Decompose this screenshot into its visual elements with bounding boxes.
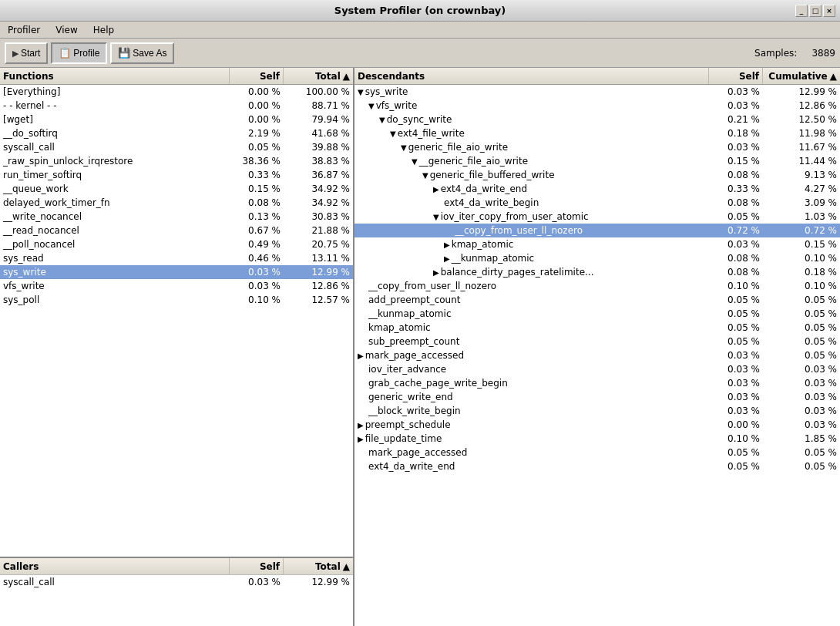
table-row[interactable]: ▶kmap_atomic 0.03 % 0.15 % <box>354 237 840 251</box>
callers-col-header[interactable]: Callers <box>0 558 230 574</box>
table-row[interactable]: generic_write_end 0.03 % 0.03 % <box>354 390 840 404</box>
start-button[interactable]: Start <box>5 42 48 64</box>
desc-cumul-cell: 12.99 % <box>763 86 840 98</box>
table-row[interactable]: ▼sys_write 0.03 % 12.99 % <box>354 85 840 99</box>
profile-button[interactable]: Profile <box>51 42 107 64</box>
descendants-header: Descendants Self Cumulative ▲ <box>354 68 840 85</box>
table-row[interactable]: syscall_call 0.03 % 12.99 % <box>0 575 353 589</box>
functions-table-body[interactable]: [Everything] 0.00 % 100.00 % - - kernel … <box>0 85 353 557</box>
callers-self-col-header[interactable]: Self <box>230 558 284 574</box>
caller-self-cell: 0.03 % <box>230 576 284 588</box>
table-row[interactable]: ▶file_update_time 0.10 % 1.85 % <box>354 432 840 446</box>
table-row[interactable]: [Everything] 0.00 % 100.00 % <box>0 85 353 99</box>
expand-down-icon[interactable]: ▼ <box>368 102 375 110</box>
table-row[interactable]: sub_preempt_count 0.05 % 0.05 % <box>354 335 840 348</box>
callers-total-label: Total <box>315 561 341 572</box>
profile-label: Profile <box>73 48 99 59</box>
table-row[interactable]: ▼vfs_write 0.03 % 12.86 % <box>354 99 840 113</box>
fn-self-cell: 0.08 % <box>230 197 284 209</box>
table-row[interactable]: ▶balance_dirty_pages_ratelimite... 0.08 … <box>354 265 840 279</box>
descendants-table-body[interactable]: ▼sys_write 0.03 % 12.99 % ▼vfs_write 0.0… <box>354 85 840 626</box>
table-row[interactable]: sys_write 0.03 % 12.99 % <box>0 265 353 279</box>
menu-profiler[interactable]: Profiler <box>3 23 45 37</box>
expand-down-icon[interactable]: ▼ <box>401 143 407 152</box>
expand-right-icon[interactable]: ▶ <box>444 241 450 249</box>
save-as-button[interactable]: Save As <box>110 42 174 64</box>
table-row[interactable]: ext4_da_write_end 0.05 % 0.05 % <box>354 459 840 473</box>
functions-col-header[interactable]: Functions <box>0 68 230 84</box>
expand-down-icon[interactable]: ▼ <box>412 157 418 166</box>
table-row[interactable]: ▶ext4_da_write_end 0.33 % 4.27 % <box>354 182 840 196</box>
fn-name-cell: [wget] <box>0 113 230 126</box>
table-row[interactable]: delayed_work_timer_fn 0.08 % 34.92 % <box>0 196 353 210</box>
table-row[interactable]: add_preempt_count 0.05 % 0.05 % <box>354 293 840 307</box>
close-button[interactable]: × <box>823 5 835 17</box>
functions-col-label: Functions <box>3 71 54 82</box>
table-row[interactable]: - - kernel - - 0.00 % 88.71 % <box>0 99 353 113</box>
window-controls[interactable]: _ □ × <box>795 5 835 17</box>
table-row[interactable]: [wget] 0.00 % 79.94 % <box>0 113 353 126</box>
table-row[interactable]: ▼do_sync_write 0.21 % 12.50 % <box>354 113 840 126</box>
expand-right-icon[interactable]: ▶ <box>444 254 450 263</box>
expand-right-icon[interactable]: ▶ <box>358 352 364 360</box>
menu-view[interactable]: View <box>51 23 82 37</box>
table-row[interactable]: iov_iter_advance 0.03 % 0.03 % <box>354 362 840 376</box>
expand-right-icon[interactable]: ▶ <box>358 421 364 429</box>
table-row[interactable]: __kunmap_atomic 0.05 % 0.05 % <box>354 307 840 321</box>
table-row[interactable]: ▶mark_page_accessed 0.03 % 0.05 % <box>354 348 840 362</box>
expand-down-icon[interactable]: ▼ <box>379 116 385 124</box>
menu-help[interactable]: Help <box>89 23 119 37</box>
table-row[interactable]: ▼iov_iter_copy_from_user_atomic 0.05 % 1… <box>354 210 840 224</box>
table-row[interactable]: ▶preempt_schedule 0.00 % 0.03 % <box>354 418 840 432</box>
fn-name-cell: __read_nocancel <box>0 224 230 237</box>
maximize-button[interactable]: □ <box>809 5 822 17</box>
total-col-header[interactable]: Total ▲ <box>284 68 353 84</box>
fn-total-cell: 34.92 % <box>284 183 353 195</box>
table-row[interactable]: run_timer_softirq 0.33 % 36.87 % <box>0 168 353 182</box>
callers-total-col-header[interactable]: Total ▲ <box>284 558 353 574</box>
desc-cumul-cell: 1.85 % <box>763 432 840 445</box>
desc-name-cell: iov_iter_advance <box>354 363 709 375</box>
table-row[interactable]: mark_page_accessed 0.05 % 0.05 % <box>354 446 840 459</box>
desc-self-cell: 0.05 % <box>709 335 763 348</box>
table-row[interactable]: syscall_call 0.05 % 39.88 % <box>0 140 353 154</box>
table-row[interactable]: sys_poll 0.10 % 12.57 % <box>0 293 353 307</box>
callers-panel: Callers Self Total ▲ syscall_call 0.03 %… <box>0 557 353 626</box>
table-row[interactable]: __queue_work 0.15 % 34.92 % <box>0 182 353 196</box>
table-row[interactable]: __block_write_begin 0.03 % 0.03 % <box>354 404 840 418</box>
expand-down-icon[interactable]: ▼ <box>422 171 428 180</box>
table-row[interactable]: ▼generic_file_buffered_write 0.08 % 9.13… <box>354 168 840 182</box>
table-row[interactable]: __copy_from_user_ll_nozero 0.72 % 0.72 % <box>354 224 840 237</box>
table-row[interactable]: __do_softirq 2.19 % 41.68 % <box>0 126 353 140</box>
self-col-header[interactable]: Self <box>230 68 284 84</box>
table-row[interactable]: ext4_da_write_begin 0.08 % 3.09 % <box>354 196 840 210</box>
table-row[interactable]: __poll_nocancel 0.49 % 20.75 % <box>0 237 353 251</box>
table-row[interactable]: ▼generic_file_aio_write 0.03 % 11.67 % <box>354 140 840 154</box>
expand-right-icon[interactable]: ▶ <box>433 268 439 277</box>
desc-cumul-cell: 0.72 % <box>763 224 840 237</box>
table-row[interactable]: kmap_atomic 0.05 % 0.05 % <box>354 321 840 335</box>
table-row[interactable]: __copy_from_user_ll_nozero 0.10 % 0.10 % <box>354 279 840 293</box>
table-row[interactable]: ▼__generic_file_aio_write 0.15 % 11.44 % <box>354 154 840 168</box>
table-row[interactable]: __write_nocancel 0.13 % 30.83 % <box>0 210 353 224</box>
expand-right-icon[interactable]: ▶ <box>433 185 439 194</box>
fn-name-cell: sys_poll <box>0 294 230 306</box>
expand-down-icon[interactable]: ▼ <box>358 88 364 96</box>
menu-bar: Profiler View Help <box>0 22 840 39</box>
expand-down-icon[interactable]: ▼ <box>433 213 439 221</box>
desc-self-col-header[interactable]: Self <box>709 68 763 84</box>
cumulative-col-header[interactable]: Cumulative ▲ <box>763 68 840 84</box>
table-row[interactable]: sys_read 0.46 % 13.11 % <box>0 251 353 265</box>
table-row[interactable]: _raw_spin_unlock_irqrestore 38.36 % 38.8… <box>0 154 353 168</box>
desc-self-cell: 0.05 % <box>709 210 763 223</box>
table-row[interactable]: __read_nocancel 0.67 % 21.88 % <box>0 224 353 237</box>
table-row[interactable]: vfs_write 0.03 % 12.86 % <box>0 279 353 293</box>
expand-right-icon[interactable]: ▶ <box>358 435 364 443</box>
callers-table-body[interactable]: syscall_call 0.03 % 12.99 % <box>0 575 353 626</box>
desc-col-header[interactable]: Descendants <box>354 68 709 84</box>
minimize-button[interactable]: _ <box>795 5 808 17</box>
expand-down-icon[interactable]: ▼ <box>390 130 396 138</box>
table-row[interactable]: grab_cache_page_write_begin 0.03 % 0.03 … <box>354 376 840 390</box>
table-row[interactable]: ▼ext4_file_write 0.18 % 11.98 % <box>354 126 840 140</box>
table-row[interactable]: ▶__kunmap_atomic 0.08 % 0.10 % <box>354 251 840 265</box>
